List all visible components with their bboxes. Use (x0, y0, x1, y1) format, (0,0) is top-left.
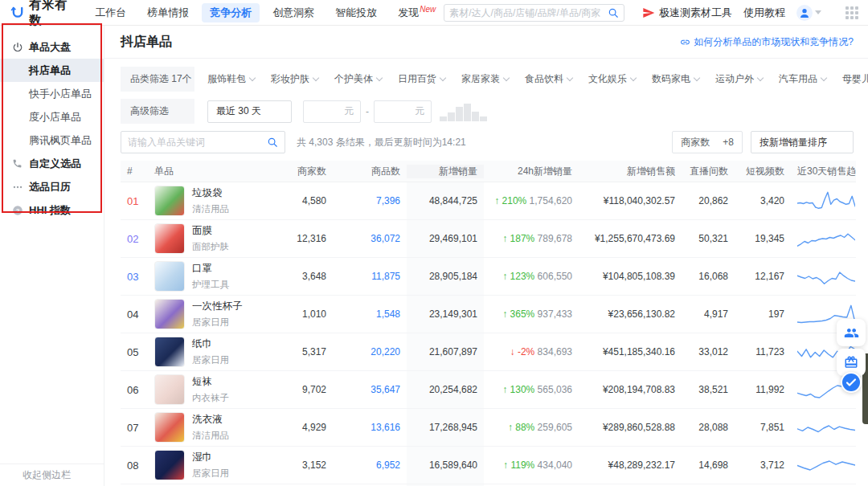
trend-up-arrow-icon: ↑ (508, 422, 513, 433)
product-thumbnail[interactable] (154, 299, 185, 329)
column-header-9[interactable]: 短视频数 (735, 165, 791, 178)
table-row-5[interactable]: 05纸巾居家日用5,31720,22021,607,897↓ -2% 834,6… (121, 333, 856, 371)
sales-24h-cell: ↑ 130% 565,036 (484, 384, 579, 395)
category-chip-8[interactable]: 数码家电 (652, 72, 699, 86)
category-chip-5[interactable]: 家居家装 (461, 72, 509, 86)
product-thumbnail[interactable] (154, 412, 185, 443)
tutorial-link[interactable]: 使用教程 (743, 6, 785, 20)
app-logo[interactable]: 有米有数 (10, 0, 72, 28)
nav-item-6[interactable]: 发现New (390, 3, 444, 22)
global-search-box[interactable] (444, 4, 624, 22)
avatar[interactable] (796, 5, 813, 21)
user-menu[interactable] (796, 5, 821, 21)
collapse-sidebar-button[interactable]: 收起侧边栏 (0, 464, 104, 486)
check-button[interactable] (841, 372, 862, 393)
product-thumbnail[interactable] (154, 450, 185, 480)
product-name[interactable]: 垃圾袋 (192, 186, 229, 200)
category-chip-11[interactable]: 母婴儿童 (842, 72, 868, 86)
chevron-down-icon (694, 75, 700, 81)
column-header-4[interactable]: 商品数 (333, 165, 407, 178)
column-header-6[interactable]: 24h新增销量 (484, 165, 579, 178)
category-chip-1[interactable]: 服饰鞋包 (207, 72, 255, 86)
keyword-search-box[interactable] (121, 131, 285, 153)
column-header-3[interactable]: 商家数 (260, 165, 333, 178)
sales-24h-cell: ↓ -2% 834,693 (484, 346, 579, 357)
category-chip-4[interactable]: 日用百货 (398, 72, 445, 86)
sidebar-item-3[interactable]: 快手小店单品 (0, 82, 104, 105)
search-icon[interactable] (267, 137, 278, 148)
power-icon (11, 42, 23, 53)
product-thumbnail[interactable] (154, 261, 185, 292)
videos-cell: 12,167 (735, 271, 791, 282)
category-chip-3[interactable]: 个护美体 (334, 72, 382, 86)
products-count-link[interactable]: 1,548 (333, 308, 407, 320)
price-max-input[interactable]: 元 (374, 100, 432, 123)
product-thumbnail[interactable] (154, 374, 185, 405)
category-chip-6[interactable]: 食品饮料 (525, 72, 572, 86)
search-icon[interactable] (608, 7, 619, 18)
sidebar-item-1[interactable]: 单品大盘 (0, 35, 104, 59)
sidebar-item-7[interactable]: 选品日历 (0, 175, 104, 198)
keyword-input[interactable] (128, 137, 267, 148)
category-chip-9[interactable]: 运动户外 (715, 72, 763, 86)
price-min-input[interactable]: 元 (303, 100, 361, 123)
live-rooms-cell: 20,862 (682, 195, 735, 206)
product-name[interactable]: 一次性杯子 (192, 300, 243, 313)
product-thumbnail[interactable] (154, 186, 185, 216)
table-row-4[interactable]: 04一次性杯子居家日用1,0101,54823,149,301↑ 365% 93… (121, 296, 856, 333)
product-name[interactable]: 口罩 (192, 262, 229, 276)
speed-test-tool-link[interactable]: 极速测素材工具 (642, 6, 732, 20)
product-name[interactable]: 面膜 (192, 224, 229, 238)
sidebar-item-label: 度小店单品 (29, 110, 81, 125)
table-row-2[interactable]: 02面膜面部护肤12,31636,07229,469,101↑ 187% 789… (121, 220, 856, 258)
live-rooms-cell: 28,088 (682, 422, 735, 433)
gmv-cell: ¥208,194,708.83 (579, 384, 682, 395)
sidebar-item-6[interactable]: 自定义选品 (0, 152, 104, 175)
column-header-8[interactable]: 直播间数 (682, 165, 735, 178)
date-range-select[interactable]: 最近 30 天 (207, 100, 292, 123)
table-row-3[interactable]: 03口罩护理工具3,64811,87528,905,184↑ 123% 606,… (121, 258, 856, 296)
product-thumbnail[interactable] (154, 223, 185, 254)
table-row-7[interactable]: 07洗衣液清洁用品4,92913,61617,268,945↑ 88% 259,… (121, 409, 856, 447)
products-count-link[interactable]: 6,952 (333, 459, 407, 471)
category-chip-2[interactable]: 彩妆护肤 (271, 72, 318, 86)
community-button[interactable] (837, 319, 866, 346)
global-search-input[interactable] (449, 7, 608, 18)
sidebar-item-5[interactable]: 腾讯枫页单品 (0, 129, 104, 152)
category-chip-10[interactable]: 汽车用品 (779, 72, 826, 86)
sidebar-item-2[interactable]: 抖店单品 (0, 59, 104, 82)
column-header-7[interactable]: 新增销售额 (579, 165, 682, 178)
help-link[interactable]: 如何分析单品的市场现状和竞争情况? (680, 35, 854, 49)
table-row-6[interactable]: 06短袜内衣袜子9,70235,64720,254,682↑ 130% 565,… (121, 371, 856, 409)
products-count-link[interactable]: 36,072 (333, 233, 407, 244)
nav-item-5[interactable]: 智能投放 (327, 3, 385, 22)
products-count-link[interactable]: 11,875 (333, 271, 407, 282)
column-header-10[interactable]: 近30天销售趋势 (791, 165, 856, 178)
sales-24h-cell: ↑ 123% 606,550 (484, 271, 579, 282)
nav-item-1[interactable]: 工作台 (87, 3, 134, 22)
product-name[interactable]: 湿巾 (192, 451, 229, 464)
sidebar-item-4[interactable]: 度小店单品 (0, 105, 104, 129)
products-count-link[interactable]: 7,396 (333, 195, 407, 206)
nav-item-2[interactable]: 榜单情报 (139, 3, 197, 22)
product-name[interactable]: 洗衣液 (192, 413, 229, 427)
sidebar-item-8[interactable]: ?HHI 指数 (0, 198, 104, 222)
table-row-1[interactable]: 01垃圾袋清洁用品4,5807,39648,844,725↑ 210% 1,75… (121, 182, 856, 220)
table-row-8[interactable]: 08湿巾居家日用3,1526,95216,589,640↑ 119% 434,0… (121, 447, 856, 484)
column-header-5[interactable]: 新增销量 (407, 165, 484, 178)
products-count-link[interactable]: 35,647 (333, 384, 407, 395)
product-cell: 一次性杯子居家日用 (148, 299, 260, 329)
product-name[interactable]: 纸巾 (192, 337, 229, 351)
category-chip-7[interactable]: 文化娱乐 (588, 72, 636, 86)
nav-item-3[interactable]: 竞争分析 (202, 3, 260, 22)
products-count-link[interactable]: 13,616 (333, 422, 407, 433)
product-name[interactable]: 短袜 (192, 375, 229, 389)
chevron-down-icon (376, 75, 383, 81)
sort-select[interactable]: 按新增销量排序 (751, 131, 854, 153)
apps-grid-icon[interactable] (845, 6, 858, 19)
merchant-count-filter[interactable]: 商家数 +8 (672, 131, 743, 153)
rank-cell: 03 (121, 271, 148, 283)
nav-item-4[interactable]: 创意洞察 (264, 3, 322, 22)
products-count-link[interactable]: 20,220 (333, 346, 407, 357)
product-thumbnail[interactable] (154, 337, 185, 367)
